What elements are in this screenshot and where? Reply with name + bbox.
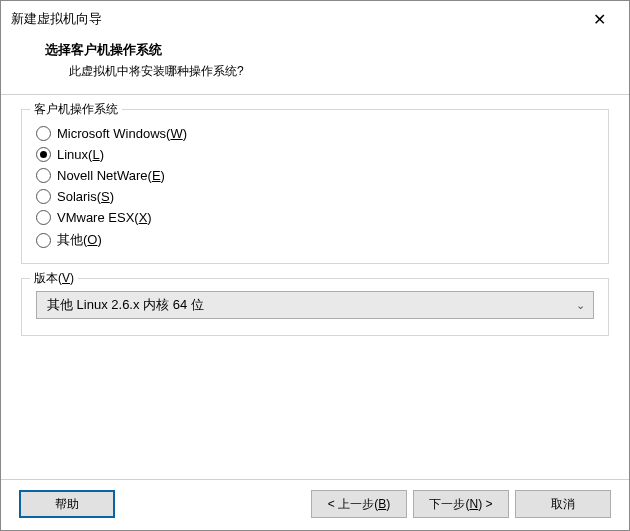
radio-icon — [36, 233, 51, 248]
radio-label: Solaris(S) — [57, 189, 114, 204]
radio-novell-netware[interactable]: Novell NetWare(E) — [36, 168, 594, 183]
radio-label: Novell NetWare(E) — [57, 168, 165, 183]
titlebar: 新建虚拟机向导 ✕ — [1, 1, 629, 35]
wizard-footer: 帮助 < 上一步(B) 下一步(N) > 取消 — [1, 479, 629, 530]
cancel-button[interactable]: 取消 — [515, 490, 611, 518]
version-dropdown[interactable]: 其他 Linux 2.6.x 内核 64 位 ⌄ — [36, 291, 594, 319]
help-button[interactable]: 帮助 — [19, 490, 115, 518]
radio-linux[interactable]: Linux(L) — [36, 147, 594, 162]
radio-label: Linux(L) — [57, 147, 104, 162]
close-icon: ✕ — [593, 10, 606, 29]
radio-other[interactable]: 其他(O) — [36, 231, 594, 249]
page-subtitle: 此虚拟机中将安装哪种操作系统? — [45, 63, 605, 80]
chevron-down-icon: ⌄ — [576, 299, 585, 312]
back-button[interactable]: < 上一步(B) — [311, 490, 407, 518]
version-group-label: 版本(V) — [30, 270, 78, 287]
back-button-label: < 上一步(B) — [328, 496, 390, 513]
radio-label: VMware ESX(X) — [57, 210, 152, 225]
wizard-window: 新建虚拟机向导 ✕ 选择客户机操作系统 此虚拟机中将安装哪种操作系统? 客户机操… — [0, 0, 630, 531]
radio-icon — [36, 147, 51, 162]
close-button[interactable]: ✕ — [579, 7, 619, 31]
radio-solaris[interactable]: Solaris(S) — [36, 189, 594, 204]
guest-os-radio-list: Microsoft Windows(W) Linux(L) Novell Net… — [36, 122, 594, 249]
radio-icon — [36, 126, 51, 141]
next-button[interactable]: 下一步(N) > — [413, 490, 509, 518]
page-title: 选择客户机操作系统 — [45, 41, 605, 59]
version-selected-value: 其他 Linux 2.6.x 内核 64 位 — [47, 296, 204, 314]
wizard-header: 选择客户机操作系统 此虚拟机中将安装哪种操作系统? — [1, 35, 629, 95]
cancel-button-label: 取消 — [551, 496, 575, 513]
radio-icon — [36, 168, 51, 183]
wizard-content: 客户机操作系统 Microsoft Windows(W) Linux(L) No… — [1, 95, 629, 479]
radio-label: 其他(O) — [57, 231, 102, 249]
guest-os-group-label: 客户机操作系统 — [30, 101, 122, 118]
help-button-label: 帮助 — [55, 496, 79, 513]
window-title: 新建虚拟机向导 — [11, 10, 102, 28]
radio-icon — [36, 189, 51, 204]
radio-vmware-esx[interactable]: VMware ESX(X) — [36, 210, 594, 225]
radio-icon — [36, 210, 51, 225]
radio-label: Microsoft Windows(W) — [57, 126, 187, 141]
next-button-label: 下一步(N) > — [429, 496, 492, 513]
version-group: 版本(V) 其他 Linux 2.6.x 内核 64 位 ⌄ — [21, 278, 609, 336]
guest-os-group: 客户机操作系统 Microsoft Windows(W) Linux(L) No… — [21, 109, 609, 264]
radio-windows[interactable]: Microsoft Windows(W) — [36, 126, 594, 141]
